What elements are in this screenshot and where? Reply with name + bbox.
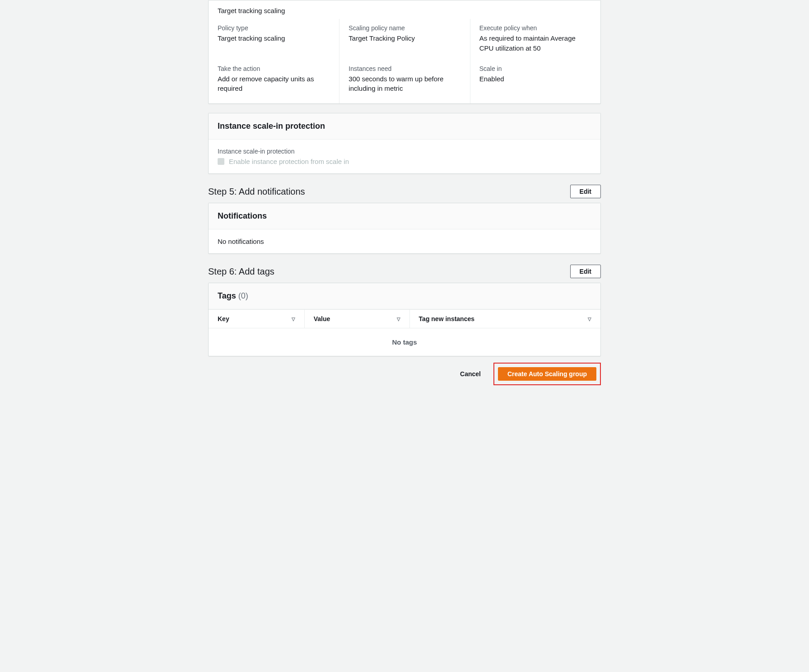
tags-col-value-label: Value <box>314 315 330 322</box>
tags-col-key[interactable]: Key ▽ <box>209 310 304 328</box>
scale-in-protection-panel: Instance scale-in protection Instance sc… <box>208 113 601 174</box>
tags-col-tag-new-label: Tag new instances <box>419 315 474 322</box>
instances-need-value: 300 seconds to warm up before including … <box>349 74 460 94</box>
policy-title: Target tracking scaling <box>209 0 600 19</box>
scaling-policy-panel: Target tracking scaling Policy type Targ… <box>208 0 601 104</box>
policy-type-value: Target tracking scaling <box>218 33 330 43</box>
policy-name-label: Scaling policy name <box>349 24 460 32</box>
step6-title: Step 6: Add tags <box>208 266 274 277</box>
scale-in-protection-title: Instance scale-in protection <box>218 121 591 131</box>
policy-type-cell: Policy type Target tracking scaling <box>209 19 339 61</box>
tags-title-text: Tags <box>218 291 236 300</box>
instances-need-cell: Instances need 300 seconds to warm up be… <box>339 61 470 104</box>
create-button-highlight: Create Auto Scaling group <box>493 363 601 385</box>
take-action-cell: Take the action Add or remove capacity u… <box>209 61 339 104</box>
scale-in-protection-checkbox-label: Enable instance protection from scale in <box>229 158 349 165</box>
scale-in-protection-checkbox <box>218 158 224 165</box>
sort-icon: ▽ <box>292 317 295 322</box>
scale-in-value: Enabled <box>479 74 591 84</box>
take-action-label: Take the action <box>218 65 330 72</box>
step5-title: Step 5: Add notifications <box>208 187 305 197</box>
execute-when-cell: Execute policy when As required to maint… <box>470 19 600 61</box>
execute-when-label: Execute policy when <box>479 24 591 32</box>
tags-header: Tags (0) <box>209 283 600 309</box>
scale-in-label: Scale in <box>479 65 591 72</box>
policy-type-label: Policy type <box>218 24 330 32</box>
notifications-title: Notifications <box>218 211 591 221</box>
cancel-button[interactable]: Cancel <box>453 368 488 380</box>
step5-edit-button[interactable]: Edit <box>570 185 601 198</box>
policy-name-value: Target Tracking Policy <box>349 33 460 43</box>
policy-name-cell: Scaling policy name Target Tracking Poli… <box>339 19 470 61</box>
tags-count: (0) <box>238 291 248 300</box>
execute-when-value: As required to maintain Average CPU util… <box>479 33 591 53</box>
instances-need-label: Instances need <box>349 65 460 72</box>
notifications-panel: Notifications No notifications <box>208 203 601 254</box>
step5-header: Step 5: Add notifications Edit <box>208 185 601 198</box>
tags-panel: Tags (0) Key ▽ Value ▽ Tag new instances… <box>208 283 601 356</box>
create-auto-scaling-group-button[interactable]: Create Auto Scaling group <box>498 367 596 381</box>
tags-col-value[interactable]: Value ▽ <box>304 310 409 328</box>
sort-icon: ▽ <box>397 317 400 322</box>
tags-col-tag-new[interactable]: Tag new instances ▽ <box>409 310 600 328</box>
scale-in-cell: Scale in Enabled <box>470 61 600 104</box>
tags-table-header: Key ▽ Value ▽ Tag new instances ▽ <box>209 309 600 328</box>
scale-in-protection-sub-label: Instance scale-in protection <box>218 148 591 155</box>
notifications-empty: No notifications <box>218 238 591 245</box>
step6-edit-button[interactable]: Edit <box>570 265 601 278</box>
step6-header: Step 6: Add tags Edit <box>208 265 601 278</box>
scale-in-protection-header: Instance scale-in protection <box>209 113 600 140</box>
tags-title: Tags (0) <box>218 291 591 301</box>
notifications-header: Notifications <box>209 203 600 229</box>
tags-col-key-label: Key <box>218 315 229 322</box>
take-action-value: Add or remove capacity units as required <box>218 74 330 94</box>
footer-actions: Cancel Create Auto Scaling group <box>208 363 601 385</box>
tags-empty: No tags <box>209 328 600 356</box>
sort-icon: ▽ <box>588 317 591 322</box>
